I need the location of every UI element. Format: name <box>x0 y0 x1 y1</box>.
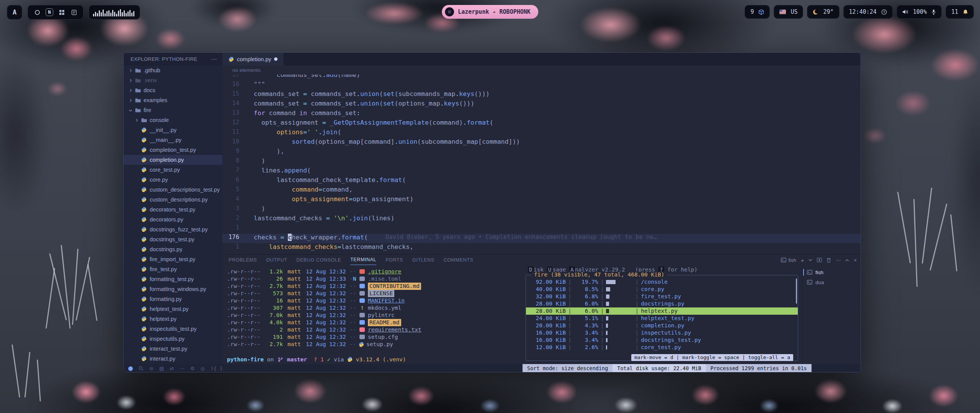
keyboard-layout-module[interactable]: US <box>774 5 803 19</box>
tree-item-formatting-py[interactable]: formatting.py <box>124 294 222 304</box>
tree-item-fire[interactable]: fire <box>124 105 222 115</box>
dua-status-segment: Total disk usage: 22.40 MiB <box>612 364 706 372</box>
weather-module[interactable]: 29° <box>807 5 839 19</box>
panel-tab-debug-console[interactable]: DEBUG CONSOLE <box>296 255 341 265</box>
terminal-profile-button[interactable]: fish <box>781 257 796 263</box>
dua-row-docstrings-py[interactable]: 28.00 KiB|6.0%||docstrings.py <box>526 300 798 307</box>
tree-item-docs[interactable]: docs <box>124 85 222 95</box>
maximize-panel-icon[interactable] <box>845 259 849 262</box>
launcher-button[interactable]: A <box>7 5 22 20</box>
tree-item-console[interactable]: console <box>124 115 222 125</box>
tree-item-fire-test-py[interactable]: fire_test.py <box>124 264 222 274</box>
dua-row-completion-py[interactable]: 20.00 KiB|4.3%||completion.py <box>526 322 798 329</box>
code-line: 15 commands_set = commands_set.union(set… <box>222 90 861 100</box>
line-number: 176 <box>222 234 246 243</box>
panel-tab-terminal[interactable]: TERMINAL <box>350 255 376 265</box>
new-terminal-icon[interactable]: + <box>801 257 804 263</box>
terminal-pane[interactable]: .rw-r--r--1.2kmatt12 Aug 12:32--.gitigno… <box>222 265 523 364</box>
modified-dot[interactable] <box>274 57 278 61</box>
profile-chevron-icon[interactable] <box>808 259 812 262</box>
status-icon[interactable]: ⋯ <box>180 366 185 371</box>
tree-item-label: .github <box>144 67 160 73</box>
session-item-dua[interactable]: dua <box>802 277 861 287</box>
tree-item-docstrings-py[interactable]: docstrings.py <box>124 244 222 254</box>
tab-completion-py[interactable]: completion.py <box>222 53 284 65</box>
wallpaper-blob <box>812 377 850 405</box>
dua-row-helptext-test-py[interactable]: 24.00 KiB|5.1%||helptext_test.py <box>526 315 798 322</box>
tree-item-helptext-test-py[interactable]: helptext_test.py <box>124 304 222 314</box>
breadcrumb[interactable]: no elements <box>222 65 861 75</box>
tree-item-fire-import-test-py[interactable]: fire_import_test.py <box>124 254 222 264</box>
tree-item-interact-py[interactable]: interact.py <box>124 354 222 364</box>
kill-terminal-icon[interactable] <box>826 258 831 263</box>
tree-item-formatting-test-py[interactable]: formatting_test.py <box>124 274 222 284</box>
journal-icon[interactable] <box>70 8 78 16</box>
dua-row-core-test-py[interactable]: 12.00 KiB|2.6%||core_test.py <box>526 344 798 351</box>
dua-row-fire-test-py[interactable]: 32.00 KiB|6.8%||fire_test.py <box>526 293 798 300</box>
tree-item-custom-descriptions-test-py[interactable]: custom_descriptions_test.py <box>124 185 222 195</box>
close-panel-icon[interactable]: × <box>854 257 857 263</box>
updates-module[interactable]: 9 <box>745 5 770 19</box>
volume-module[interactable]: 100% <box>897 5 942 19</box>
panel-tab-ports[interactable]: PORTS <box>385 255 403 265</box>
tree-item-examples[interactable]: examples <box>124 95 222 105</box>
line-number: 11 <box>222 128 246 138</box>
tree-item-core-test-py[interactable]: core_test.py <box>124 165 222 175</box>
system-graph[interactable] <box>89 5 140 20</box>
tree-item--github[interactable]: .github <box>124 65 222 75</box>
split-terminal-icon[interactable] <box>817 258 822 262</box>
status-icon[interactable]: ◎ <box>201 366 205 371</box>
dua-row-inspectutils-py[interactable]: 16.00 KiB|3.4%||inspectutils.py <box>526 329 798 337</box>
clock-module[interactable]: 12:40:24 <box>843 5 893 19</box>
dua-row-docstrings-test-py[interactable]: 16.00 KiB|3.4%||docstrings_test.py <box>526 337 798 344</box>
remote-indicator-icon[interactable] <box>128 366 133 371</box>
tree-item-inspectutils-py[interactable]: inspectutils.py <box>124 334 222 344</box>
more-actions-icon[interactable]: ⋯ <box>836 257 841 263</box>
status-icon[interactable]: ▤ <box>159 366 164 371</box>
tree-item-core-py[interactable]: core.py <box>124 175 222 185</box>
dua-row--console[interactable]: 92.00 KiB|19.7%||/console <box>526 278 798 286</box>
code-line: 3 ) <box>222 205 861 215</box>
status-icon[interactable]: ⇄ <box>170 366 174 371</box>
notes-app-icon[interactable]: N <box>46 8 53 16</box>
panel-tab-comments[interactable]: COMMENTS <box>444 255 474 265</box>
tree-item-decorators-py[interactable]: decorators.py <box>124 215 222 224</box>
python-file-icon <box>141 286 147 292</box>
dua-scrollbar[interactable] <box>796 278 797 304</box>
panel-tab-gitlens[interactable]: GITLENS <box>412 255 434 265</box>
tree-item-completion-test-py[interactable]: completion_test.py <box>124 145 222 155</box>
tree-item-custom-descriptions-py[interactable]: custom_descriptions.py <box>124 195 222 205</box>
media-pill[interactable]: Lazerpunk - ROBOPHONK <box>442 5 538 19</box>
status-icon[interactable]: ⚙ <box>190 366 195 371</box>
file-type-icon <box>359 327 365 332</box>
tree-item-completion-py[interactable]: completion.py <box>124 155 222 165</box>
status-icon[interactable]: ⊘ <box>149 366 154 371</box>
tree-item-formatting-windows-py[interactable]: formatting_windows.py <box>124 284 222 294</box>
tree-item--init-py[interactable]: __init__.py <box>124 125 222 135</box>
terminal-row: .rw-r--r--1.2kmatt12 Aug 12:32--.gitigno… <box>227 268 523 275</box>
tree-item--venv[interactable]: .venv <box>124 75 222 85</box>
dua-pane[interactable]: Disk Usage Analyzer v2.29.2 (press ? for… <box>523 265 802 364</box>
session-item-fish[interactable]: fish <box>802 267 861 277</box>
tree-item-docstrings-fuzz-test-py[interactable]: docstrings_fuzz_test.py <box>124 224 222 234</box>
more-actions-icon[interactable]: ⋯ <box>211 56 217 63</box>
panel-tab-output[interactable]: OUTPUT <box>266 255 287 265</box>
tree-item-interact-test-py[interactable]: interact_test.py <box>124 344 222 354</box>
panel-tab-problems[interactable]: PROBLEMS <box>229 255 257 265</box>
dua-row-core-py[interactable]: 40.00 KiB|8.5%||core.py <box>526 286 798 293</box>
wallpaper-grass <box>913 199 918 287</box>
search-icon[interactable] <box>139 366 144 371</box>
wallpaper-blob <box>161 386 188 407</box>
tree-item--main-py[interactable]: __main__.py <box>124 135 222 145</box>
notifications-module[interactable]: 11 <box>946 5 974 19</box>
grid-icon[interactable] <box>58 8 65 16</box>
wallpaper-blob <box>153 27 188 52</box>
record-icon[interactable] <box>33 8 41 16</box>
tree-item-decorators-test-py[interactable]: decorators_test.py <box>124 205 222 215</box>
code-editor[interactable]: 17 commands_set.add(name)16 """15 comman… <box>222 75 861 254</box>
folder-icon <box>135 78 141 83</box>
tree-item-docstrings-test-py[interactable]: docstrings_test.py <box>124 234 222 244</box>
tree-item-inspectutils-test-py[interactable]: inspectutils_test.py <box>124 324 222 334</box>
tree-item-helptext-py[interactable]: helptext.py <box>124 314 222 324</box>
dua-row-helptext-py[interactable]: 28.00 KiB|6.0%||helptext.py <box>526 307 798 315</box>
